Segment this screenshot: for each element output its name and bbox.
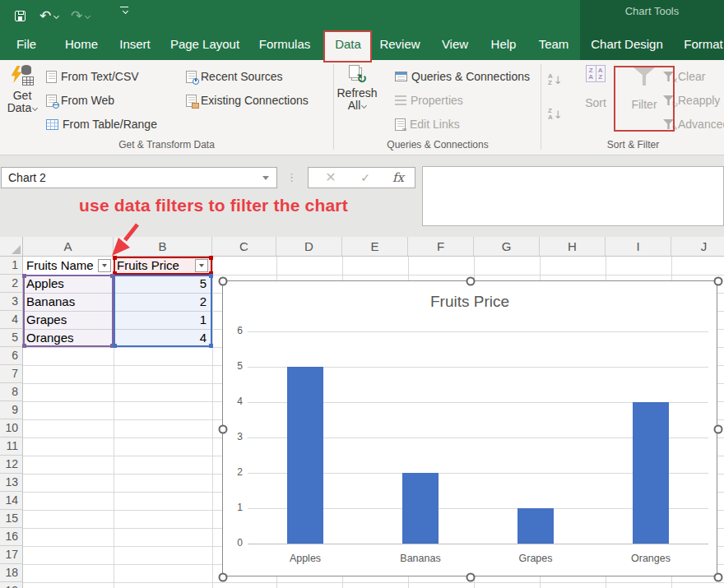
get-data-button[interactable]: Get Data bbox=[2, 65, 42, 114]
row-header-15[interactable]: 15 bbox=[0, 510, 23, 528]
cell-B3[interactable]: 2 bbox=[114, 293, 207, 311]
filter-label: Filter bbox=[619, 99, 670, 111]
column-header-D[interactable]: D bbox=[276, 237, 342, 257]
column-header-E[interactable]: E bbox=[342, 237, 408, 257]
row-header-16[interactable]: 16 bbox=[0, 528, 23, 546]
recent-sources-button[interactable]: Recent Sources bbox=[186, 67, 283, 86]
tab-view[interactable]: View bbox=[442, 37, 468, 51]
tab-data-selected[interactable]: Data bbox=[324, 30, 372, 60]
from-table-range-button[interactable]: From Table/Range bbox=[46, 114, 157, 134]
tab-home[interactable]: Home bbox=[65, 37, 98, 51]
row-header-10[interactable]: 10 bbox=[0, 419, 23, 438]
y-axis-tick-6: 6 bbox=[223, 325, 243, 336]
refresh-all-button[interactable]: ↻ Refresh All bbox=[336, 65, 378, 112]
cancel-icon[interactable]: ✕ bbox=[318, 168, 343, 188]
tab-chart-design[interactable]: Chart Design bbox=[591, 37, 663, 51]
bar-bananas bbox=[402, 473, 439, 544]
sort-ascending-button[interactable]: AZ↓ bbox=[548, 70, 563, 90]
column-header-H[interactable]: H bbox=[540, 237, 606, 257]
column-header-A[interactable]: A bbox=[23, 237, 114, 257]
cell-A5[interactable]: Oranges bbox=[26, 329, 109, 347]
properties-label: Properties bbox=[411, 94, 463, 107]
row-header-5[interactable]: 5 bbox=[0, 329, 23, 347]
chart-object[interactable]: Fruits Price 0123456ApplesBananasGrapesO… bbox=[222, 280, 717, 576]
column-header-G[interactable]: G bbox=[474, 237, 540, 257]
x-axis-label-grapes: Grapes bbox=[478, 553, 593, 564]
reapply-filter-button[interactable]: ↻ Reapply bbox=[663, 90, 720, 110]
insert-function-button[interactable]: fx bbox=[386, 168, 411, 188]
queries-connections-icon bbox=[395, 72, 407, 81]
chart-selection-handle[interactable] bbox=[219, 277, 228, 286]
chart-selection-handle[interactable] bbox=[219, 573, 228, 582]
chart-selection-handle[interactable] bbox=[466, 573, 476, 582]
row-header-17[interactable]: 17 bbox=[0, 546, 23, 564]
column-header-I[interactable]: I bbox=[606, 237, 671, 257]
row-header-1[interactable]: 1 bbox=[0, 257, 23, 275]
web-globe-icon bbox=[46, 95, 57, 107]
cell-A3[interactable]: Bananas bbox=[26, 293, 109, 311]
cell-B1[interactable]: Fruits Price bbox=[117, 257, 193, 275]
row-header-6[interactable]: 6 bbox=[0, 347, 23, 365]
tab-review[interactable]: Review bbox=[379, 37, 420, 51]
advanced-filter-button[interactable]: ✎ Advanced bbox=[663, 114, 724, 134]
cell-A4[interactable]: Grapes bbox=[26, 311, 109, 329]
column-header-F[interactable]: F bbox=[408, 237, 474, 257]
y-axis-tick-0: 0 bbox=[223, 537, 243, 549]
filter-dropdown-B1[interactable] bbox=[195, 259, 208, 272]
customize-quick-access-toolbar-button[interactable] bbox=[120, 7, 128, 25]
save-button[interactable] bbox=[15, 7, 26, 25]
column-header-C[interactable]: C bbox=[212, 237, 276, 257]
formula-bar-drag-handle[interactable]: ⋮ bbox=[286, 167, 297, 188]
tab-file[interactable]: File bbox=[16, 37, 36, 51]
from-web-button[interactable]: From Web bbox=[46, 90, 114, 110]
name-box[interactable]: Chart 2 bbox=[1, 167, 277, 188]
tab-data-label: Data bbox=[324, 37, 372, 51]
tab-formulas[interactable]: Formulas bbox=[259, 37, 311, 51]
filter-button[interactable]: Filter bbox=[619, 65, 670, 111]
redo-button[interactable]: ↷ bbox=[71, 7, 90, 25]
existing-connections-button[interactable]: Existing Connections bbox=[186, 90, 309, 110]
column-header-J[interactable]: J bbox=[671, 237, 724, 257]
row-header-14[interactable]: 14 bbox=[0, 492, 23, 510]
chart-selection-handle[interactable] bbox=[219, 425, 228, 434]
chart-selection-handle[interactable] bbox=[714, 277, 723, 286]
chart-selection-handle[interactable] bbox=[714, 573, 723, 582]
from-text-csv-button[interactable]: From Text/CSV bbox=[46, 67, 139, 86]
column-header-B[interactable]: B bbox=[114, 237, 212, 257]
row-header-4[interactable]: 4 bbox=[0, 311, 23, 329]
cell-B4[interactable]: 1 bbox=[114, 311, 207, 329]
sort-descending-button[interactable]: ZA↓ bbox=[548, 104, 563, 124]
row-header-3[interactable]: 3 bbox=[0, 293, 23, 311]
cell-A2[interactable]: Apples bbox=[26, 275, 109, 293]
row-header-19[interactable]: 19 bbox=[0, 582, 23, 588]
cell-B5[interactable]: 4 bbox=[114, 329, 207, 347]
select-all-button[interactable] bbox=[0, 237, 23, 257]
chevron-down-icon bbox=[32, 105, 38, 111]
undo-button[interactable]: ↶ bbox=[39, 7, 58, 25]
edit-links-button[interactable]: ∞ Edit Links bbox=[395, 114, 460, 134]
cell-A1[interactable]: Fruits Name bbox=[26, 257, 97, 275]
row-header-8[interactable]: 8 bbox=[0, 383, 23, 401]
row-header-18[interactable]: 18 bbox=[0, 564, 23, 582]
formula-input[interactable] bbox=[422, 166, 724, 226]
row-header-11[interactable]: 11 bbox=[0, 438, 23, 456]
tab-help[interactable]: Help bbox=[491, 37, 517, 51]
clear-filter-button[interactable]: ✕ Clear bbox=[663, 67, 705, 86]
queries-connections-button[interactable]: Queries & Connections bbox=[395, 67, 530, 86]
chart-selection-handle[interactable] bbox=[714, 425, 723, 434]
row-header-7[interactable]: 7 bbox=[0, 365, 23, 383]
tab-team[interactable]: Team bbox=[539, 37, 569, 51]
row-header-9[interactable]: 9 bbox=[0, 401, 23, 419]
properties-button[interactable]: Properties bbox=[395, 90, 463, 110]
chart-selection-handle[interactable] bbox=[466, 277, 476, 286]
row-header-12[interactable]: 12 bbox=[0, 456, 23, 474]
row-header-13[interactable]: 13 bbox=[0, 474, 23, 492]
row-header-2[interactable]: 2 bbox=[0, 275, 23, 293]
tab-insert[interactable]: Insert bbox=[119, 37, 151, 51]
cell-B2[interactable]: 5 bbox=[114, 275, 207, 293]
tab-page-layout[interactable]: Page Layout bbox=[170, 37, 239, 51]
tab-format[interactable]: Format bbox=[684, 37, 723, 51]
enter-check-icon[interactable]: ✓ bbox=[353, 168, 378, 188]
sort-button[interactable]: ZAAZ Sort bbox=[577, 65, 615, 109]
filter-dropdown-A1[interactable] bbox=[98, 259, 111, 272]
